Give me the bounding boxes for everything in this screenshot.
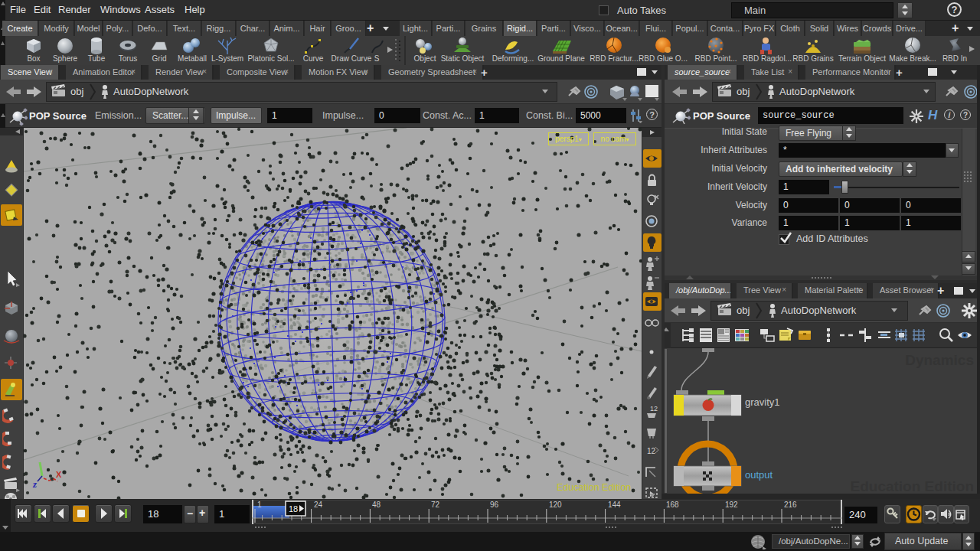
svg-text:RBD Fractur...: RBD Fractur... [590,54,638,63]
svg-text:RBD Ragdol...: RBD Ragdol... [743,54,792,63]
svg-text:12: 12 [650,405,658,412]
svg-text:z: z [32,478,38,490]
svg-text:RBD In: RBD In [942,54,967,63]
svg-text:X: X [56,470,62,479]
svg-text:S: S [374,54,380,63]
svg-text:Sphere: Sphere [53,54,78,63]
svg-text:96: 96 [490,500,499,509]
svg-text:Grid: Grid [152,54,167,63]
svg-text:RBD Grains: RBD Grains [792,54,833,63]
svg-text:RBD Glue O...: RBD Glue O... [639,54,688,63]
svg-text:72: 72 [431,500,440,509]
svg-text:24: 24 [314,500,323,509]
svg-text:Object: Object [414,54,436,63]
svg-text:Torus: Torus [119,54,137,63]
svg-text:192: 192 [725,500,738,509]
svg-text:Platonic Sol...: Platonic Sol... [247,54,294,63]
svg-text:Make Break...: Make Break... [889,54,936,63]
svg-text:Metaball: Metaball [178,54,207,63]
svg-text:144: 144 [608,500,621,509]
svg-text:Curve: Curve [303,54,324,63]
svg-text:Draw Curve: Draw Curve [332,54,372,63]
svg-text:Static Object: Static Object [441,54,485,63]
svg-text:RBD Point...: RBD Point... [694,54,737,63]
svg-text:Terrain Object: Terrain Object [838,54,886,63]
svg-text:48: 48 [372,500,381,509]
svg-text:Box: Box [27,54,40,63]
svg-text:Deforming...: Deforming... [492,54,534,63]
svg-text:120: 120 [549,500,562,509]
svg-text:216: 216 [784,500,797,509]
svg-text:1: 1 [257,500,262,509]
svg-text:Tube: Tube [88,54,106,63]
svg-text:18: 18 [289,504,298,514]
svg-text:168: 168 [666,500,679,509]
svg-text:L-System: L-System [211,54,243,63]
svg-text:Ground Plane: Ground Plane [537,54,585,63]
svg-text:12: 12 [647,447,656,455]
